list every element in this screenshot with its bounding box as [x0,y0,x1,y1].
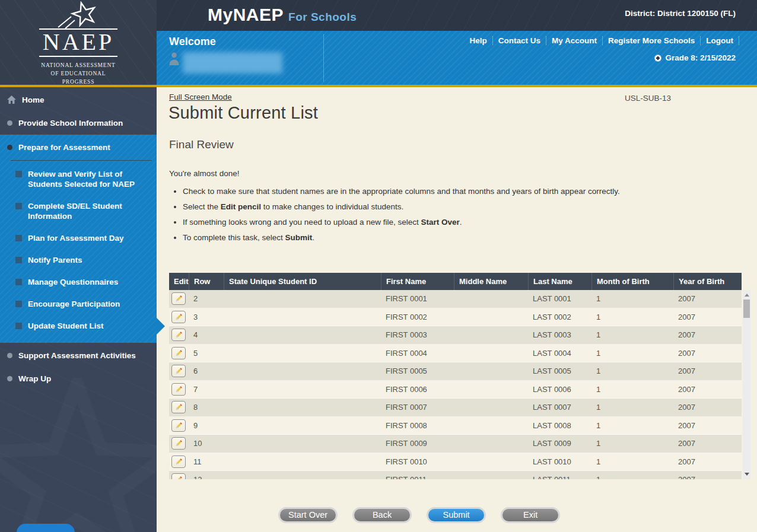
cell-first-name: FIRST 0006 [381,385,454,394]
cell-year-of-birth: 2007 [673,294,742,303]
scroll-up-arrow-icon[interactable] [743,291,750,299]
cell-month-of-birth: 1 [591,385,673,394]
logo-subtitle-line2: OF EDUCATIONAL [39,69,117,78]
cell-year-of-birth: 2007 [673,349,742,358]
pencil-icon [175,349,183,357]
sidebar-item-wrap-up[interactable]: Wrap Up [0,367,157,390]
cell-month-of-birth: 1 [591,403,673,412]
edit-row-button[interactable] [171,401,186,413]
edit-row-button[interactable] [171,383,186,396]
column-header-state-id: State Unique Student ID [224,273,381,290]
sidebar-item-label: Review and Verify List of Students Selec… [28,169,147,189]
table-row: 8 FIRST 0007 LAST 0007 1 2007 [169,399,742,417]
sidebar-item-plan-for-assessment-day[interactable]: Plan for Assessment Day [0,227,157,249]
brand-name: MyNAEP [208,5,284,24]
sidebar-item-label: Update Student List [28,321,104,331]
sidebar-item-review-and-verify[interactable]: Review and Verify List of Students Selec… [0,163,157,195]
sidebar-nav: Home Provide School Information Prepare … [0,87,157,532]
welcome-band-divider [323,34,324,81]
submit-button[interactable]: Submit [427,507,486,523]
welcome-title: Welcome [169,36,216,48]
edit-row-button[interactable] [171,419,186,432]
instruction-list: Check to make sure that student names ar… [183,186,687,247]
section-title: Final Review [169,138,234,151]
cell-row-number: 7 [189,385,224,394]
sidebar-item-encourage-participation[interactable]: Encourage Participation [0,293,157,315]
cell-row-number: 9 [189,421,224,430]
square-bullet-icon [15,323,22,329]
cell-month-of-birth: 1 [591,349,673,358]
selected-item-arrow-icon [157,318,165,335]
nav-link-logout[interactable]: Logout [701,36,739,45]
footer-buttons: Start Over Back Submit Exit [278,507,560,523]
cell-last-name: LAST 0011 [528,475,591,479]
nav-link-my-account[interactable]: My Account [546,36,603,45]
sidebar-item-label: Manage Questionnaires [28,277,118,287]
sidebar-item-home[interactable]: Home [0,87,157,112]
sidebar-item-notify-parents[interactable]: Notify Parents [0,249,157,271]
sidebar-item-support-assessment-activities[interactable]: Support Assessment Activities [0,343,157,367]
sidebar-item-label: Wrap Up [18,374,51,384]
scroll-down-arrow-icon[interactable] [743,470,750,478]
cell-first-name: FIRST 0009 [381,439,454,448]
cell-row-number: 2 [189,294,224,303]
gold-divider [0,85,757,87]
edit-row-button[interactable] [171,292,186,305]
edit-row-button[interactable] [171,473,186,479]
square-bullet-icon [15,203,22,209]
sidebar-item-complete-sd-el[interactable]: Complete SD/EL Student Information [0,195,157,227]
nav-link-help[interactable]: Help [464,36,492,45]
edit-row-button[interactable] [171,455,186,468]
naep-logo: NAEP NATIONAL ASSESSMENT OF EDUCATIONAL … [39,1,117,87]
nav-link-register-more-schools[interactable]: Register More Schools [603,36,701,45]
cell-month-of-birth: 1 [591,367,673,375]
edit-row-button[interactable] [171,437,186,450]
column-header-first-name: First Name [381,273,454,290]
table-row: 10 FIRST 0009 LAST 0009 1 2007 [169,435,742,453]
edit-row-button[interactable] [171,347,186,359]
sidebar-item-provide-school-information[interactable]: Provide School Information [0,112,157,135]
sidebar-item-prepare-for-assessment[interactable]: Prepare for Assessment [0,135,157,159]
cell-first-name: FIRST 0008 [381,421,454,430]
edit-row-button[interactable] [171,311,186,323]
circle-bullet-icon [7,120,12,126]
square-bullet-icon [15,279,22,285]
cell-first-name: FIRST 0001 [381,294,454,303]
back-button[interactable]: Back [352,507,412,523]
sidebar-item-label: Complete SD/EL Student Information [28,201,135,221]
sidebar-bottom-button[interactable] [17,524,75,532]
table-scrollbar[interactable] [743,290,750,479]
edit-row-button[interactable] [171,365,186,377]
table-row: 4 FIRST 0003 LAST 0003 1 2007 [169,326,742,345]
cell-last-name: LAST 0001 [528,294,591,303]
table-row: 6 FIRST 0005 LAST 0005 1 2007 [169,362,742,381]
exit-button[interactable]: Exit [501,507,560,523]
redacted-user-name [183,52,282,74]
cell-row-number: 3 [189,313,224,321]
column-header-row: Row [189,273,224,290]
table-row: 12 FIRST 0011 LAST 0011 1 2007 [169,471,742,479]
cell-row-number: 8 [189,403,224,412]
home-icon [7,95,16,104]
main-content: Full Screen Mode USL-SUB-13 Submit Curre… [157,87,757,532]
pencil-icon [175,422,183,429]
sidebar-item-manage-questionnaires[interactable]: Manage Questionnaires [0,271,157,293]
nav-link-contact-us[interactable]: Contact Us [493,36,546,45]
column-header-middle-name: Middle Name [454,273,528,290]
edit-row-button[interactable] [171,329,186,341]
table-row: 3 FIRST 0002 LAST 0002 1 2007 [169,308,742,327]
cell-first-name: FIRST 0004 [381,349,454,358]
grade-text: Grade 8: 2/15/2022 [665,53,736,62]
cell-last-name: LAST 0005 [528,367,591,375]
page-code: USL-SUB-13 [625,94,671,103]
sidebar-item-update-student-list[interactable]: Update Student List [0,315,157,337]
cell-last-name: LAST 0008 [528,421,591,430]
scrollbar-thumb[interactable] [743,300,750,318]
instruction-item: Check to make sure that student names ar… [183,186,687,197]
start-over-button[interactable]: Start Over [278,507,338,523]
pencil-icon [175,458,183,466]
cell-year-of-birth: 2007 [673,330,742,339]
logo-subtitle-line1: NATIONAL ASSESSMENT [39,61,117,69]
full-screen-mode-link[interactable]: Full Screen Mode [169,93,232,101]
cell-month-of-birth: 1 [591,475,673,479]
